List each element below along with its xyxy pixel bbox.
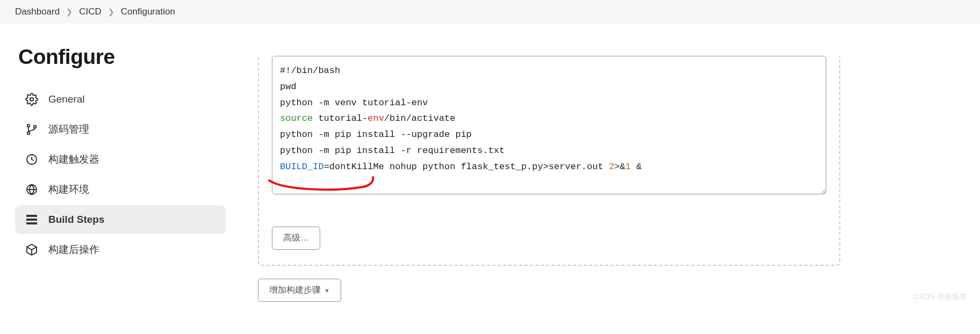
clock-icon [25, 153, 39, 166]
code-line: pwd [280, 82, 297, 92]
code-line: BUILD_ID=dontKillMe nohup python flask_t… [280, 162, 642, 172]
svg-rect-11 [30, 223, 37, 224]
chevron-right-icon: ❯ [66, 8, 73, 16]
breadcrumb-item-cicd[interactable]: CICD [79, 6, 102, 17]
branch-icon [25, 122, 39, 136]
svg-point-1 [27, 125, 30, 127]
steps-icon [25, 213, 39, 227]
svg-rect-6 [27, 215, 29, 216]
sidebar-item-scm[interactable]: 源码管理 [15, 115, 226, 144]
svg-rect-10 [27, 223, 29, 224]
sidebar-item-label: 构建触发器 [48, 153, 99, 166]
sidebar-item-label: 构建后操作 [48, 243, 99, 257]
sidebar-item-label: 源码管理 [48, 122, 89, 136]
svg-rect-9 [30, 219, 37, 220]
globe-icon [25, 183, 39, 197]
advanced-button[interactable]: 高级… [272, 227, 320, 250]
watermark: CSDN @修炼果 [913, 292, 967, 302]
main-content: #!/bin/bash pwd python -m venv tutorial-… [236, 24, 980, 313]
page-title: Configure [18, 45, 226, 69]
svg-rect-7 [30, 215, 37, 216]
sidebar: Configure General 源码管理 构建触发器 构建环境 [0, 24, 236, 265]
add-build-step-button[interactable]: 增加构建步骤 ▼ [258, 279, 341, 302]
code-line: python -m pip install --upgrade pip [280, 129, 472, 140]
svg-point-2 [27, 132, 30, 135]
sidebar-item-label: Build Steps [48, 214, 105, 226]
breadcrumb-item-dashboard[interactable]: Dashboard [15, 6, 60, 17]
sidebar-item-general[interactable]: General [15, 85, 226, 114]
sidebar-item-environment[interactable]: 构建环境 [15, 175, 226, 204]
shell-command-textarea[interactable]: #!/bin/bash pwd python -m venv tutorial-… [272, 56, 826, 194]
sidebar-item-build-steps[interactable]: Build Steps [15, 205, 226, 234]
gear-icon [25, 92, 39, 106]
code-line: #!/bin/bash [280, 66, 340, 76]
svg-point-0 [30, 98, 33, 101]
code-line: python -m venv tutorial-env [280, 98, 428, 108]
svg-rect-8 [27, 219, 29, 220]
chevron-right-icon: ❯ [108, 8, 114, 16]
box-icon [25, 243, 39, 257]
breadcrumb-item-configuration[interactable]: Configuration [121, 6, 175, 17]
code-line: python -m pip install -r requirements.tx… [280, 146, 505, 156]
build-step-panel: #!/bin/bash pwd python -m venv tutorial-… [258, 56, 840, 266]
add-build-step-label: 增加构建步骤 [269, 285, 321, 296]
svg-point-3 [34, 126, 37, 128]
caret-down-icon: ▼ [324, 287, 330, 294]
sidebar-item-label: General [48, 93, 85, 105]
breadcrumb: Dashboard ❯ CICD ❯ Configuration [0, 0, 980, 24]
sidebar-item-postbuild[interactable]: 构建后操作 [15, 235, 226, 264]
advanced-button-label: 高级… [283, 233, 309, 244]
sidebar-item-triggers[interactable]: 构建触发器 [15, 145, 226, 174]
code-line: source tutorial-env/bin/activate [280, 113, 455, 124]
sidebar-item-label: 构建环境 [48, 183, 89, 197]
